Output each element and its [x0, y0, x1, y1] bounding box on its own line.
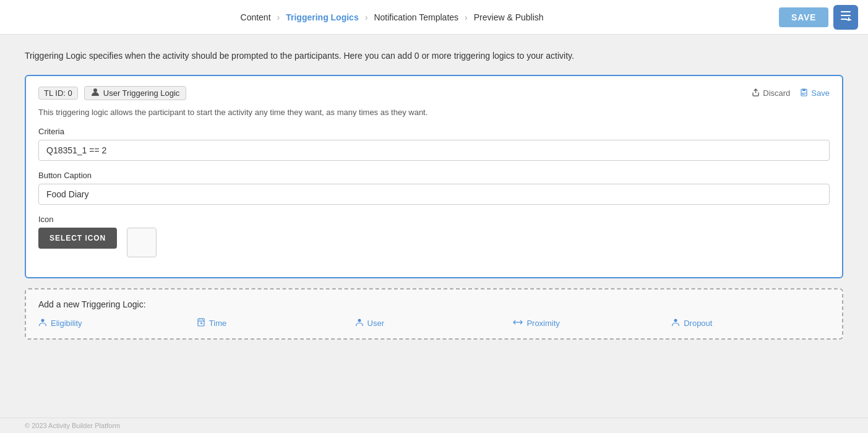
- card-description: This triggering logic allows the partici…: [38, 108, 830, 117]
- description-text: Triggering Logic specifies when the acti…: [25, 49, 843, 62]
- proximity-label: Proximity: [526, 319, 559, 328]
- bottom-bar-text: © 2023 Activity Builder Platform: [25, 422, 120, 429]
- menu-button[interactable]: [833, 5, 858, 30]
- nav-sep-2: ›: [365, 12, 368, 22]
- time-label: Time: [209, 319, 226, 328]
- add-tl-label: Add a new Triggering Logic:: [38, 299, 830, 309]
- svg-point-5: [93, 88, 97, 92]
- select-icon-button[interactable]: SELECT ICON: [38, 228, 117, 249]
- top-nav: Content › Triggering Logics › Notificati…: [0, 0, 868, 35]
- save-button[interactable]: SAVE: [779, 7, 828, 27]
- user-icon: [91, 88, 100, 98]
- svg-point-19: [674, 319, 677, 322]
- dropout-icon: [671, 318, 680, 328]
- user-tl-badge: User Triggering Logic: [84, 86, 187, 100]
- discard-icon: [752, 88, 760, 98]
- nav-step-triggering-label: Triggering Logics: [286, 12, 358, 22]
- card-header-right: Discard Save: [752, 88, 830, 98]
- button-caption-input[interactable]: [38, 184, 830, 205]
- nav-step-preview[interactable]: Preview & Publish: [474, 12, 544, 22]
- eligibility-label: Eligibility: [51, 319, 82, 328]
- svg-rect-4: [846, 19, 851, 20]
- tl-card: TL ID: 0 User Triggering Logic: [25, 75, 843, 278]
- nav-step-content[interactable]: Content: [241, 12, 271, 22]
- svg-rect-2: [841, 19, 847, 20]
- tl-option-time[interactable]: Time: [197, 318, 355, 328]
- icon-label: Icon: [38, 215, 830, 224]
- menu-icon: [840, 9, 852, 25]
- nav-step-triggering[interactable]: Triggering Logics: [286, 12, 358, 22]
- icon-group: Icon SELECT ICON: [38, 215, 830, 257]
- bottom-bar: © 2023 Activity Builder Platform: [0, 418, 868, 433]
- criteria-input[interactable]: [38, 140, 830, 161]
- button-caption-group: Button Caption: [38, 171, 830, 205]
- dropout-label: Dropout: [684, 319, 712, 328]
- svg-rect-8: [802, 93, 806, 93]
- card-header-left: TL ID: 0 User Triggering Logic: [38, 86, 186, 100]
- nav-sep-3: ›: [465, 12, 468, 22]
- nav-steps: Content › Triggering Logics › Notificati…: [10, 12, 774, 22]
- svg-rect-7: [802, 89, 806, 91]
- user-option-icon: [355, 318, 364, 328]
- nav-step-preview-label: Preview & Publish: [474, 12, 544, 22]
- discard-button[interactable]: Discard: [752, 88, 790, 98]
- tl-id-badge: TL ID: 0: [38, 87, 78, 100]
- svg-rect-9: [802, 94, 805, 95]
- user-option-label: User: [367, 319, 384, 328]
- criteria-group: Criteria: [38, 127, 830, 161]
- svg-point-10: [41, 319, 45, 322]
- tl-option-eligibility[interactable]: Eligibility: [38, 318, 197, 328]
- proximity-icon: [513, 318, 523, 328]
- card-header: TL ID: 0 User Triggering Logic: [38, 86, 830, 100]
- nav-step-content-label: Content: [241, 12, 271, 22]
- tl-option-dropout[interactable]: Dropout: [671, 318, 830, 328]
- eligibility-icon: [38, 318, 47, 328]
- icon-section: SELECT ICON: [38, 228, 830, 257]
- nav-step-notification-label: Notification Templates: [374, 12, 458, 22]
- add-tl-box: Add a new Triggering Logic: Eligibility: [25, 288, 843, 340]
- discard-label: Discard: [763, 88, 790, 98]
- svg-rect-1: [841, 15, 851, 16]
- tl-option-user[interactable]: User: [355, 318, 513, 328]
- main-content: Triggering Logic specifies when the acti…: [0, 35, 868, 418]
- user-tl-label: User Triggering Logic: [103, 88, 180, 98]
- tl-options: Eligibility Time: [38, 318, 830, 328]
- button-caption-label: Button Caption: [38, 171, 830, 180]
- save-card-icon: [800, 88, 808, 98]
- svg-point-17: [358, 319, 361, 322]
- icon-preview: [127, 228, 157, 257]
- criteria-label: Criteria: [38, 127, 830, 136]
- nav-step-notification[interactable]: Notification Templates: [374, 12, 458, 22]
- time-icon: [197, 318, 205, 328]
- save-card-button[interactable]: Save: [800, 88, 830, 98]
- svg-rect-0: [841, 11, 851, 12]
- nav-sep-1: ›: [277, 12, 280, 22]
- tl-option-proximity[interactable]: Proximity: [513, 318, 671, 328]
- save-card-label: Save: [811, 88, 830, 98]
